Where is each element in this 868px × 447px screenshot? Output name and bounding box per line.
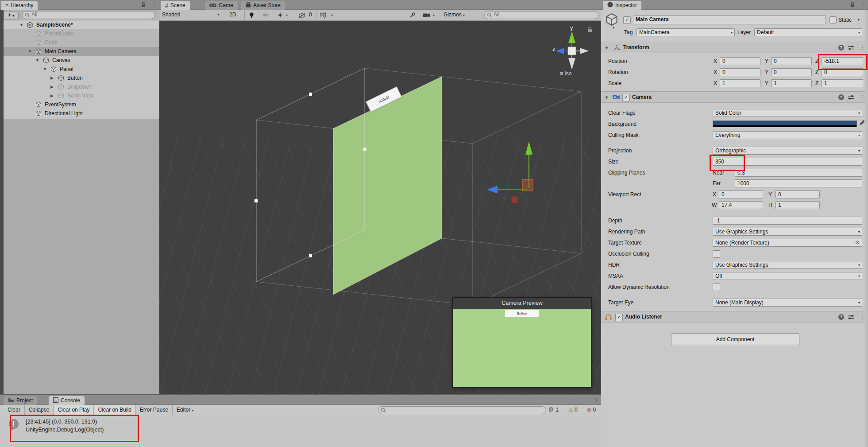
culling-mask-dropdown[interactable]: Everything▾ xyxy=(713,131,862,139)
scale-x-field[interactable]: 1 xyxy=(720,79,760,87)
console-menu-icon[interactable]: ⋮ xyxy=(594,397,599,403)
rect-handle[interactable] xyxy=(309,93,312,96)
size-field[interactable]: 350 xyxy=(713,158,862,166)
tab-scene[interactable]: #Scene xyxy=(161,1,190,10)
target-texture-field[interactable]: None (Render Texture) xyxy=(713,239,862,247)
clear-on-build-button[interactable]: Clear on Build xyxy=(94,405,135,415)
canvas-plane[interactable] xyxy=(333,77,442,295)
tab-hierarchy[interactable]: ≡Hierarchy xyxy=(1,1,38,10)
foldout-icon[interactable]: ▶ xyxy=(50,76,54,80)
tag-dropdown[interactable]: MainCamera▾ xyxy=(637,28,735,36)
hierarchy-item-canvas[interactable]: ▼ Canvas xyxy=(4,56,159,65)
effects-dropdown-icon[interactable]: ▾ xyxy=(286,13,288,17)
component-menu-icon[interactable]: ⋮ xyxy=(860,314,865,320)
scale-z-field[interactable]: 1 xyxy=(822,79,863,87)
viewport-y-field[interactable]: 0 xyxy=(775,190,820,198)
hierarchy-menu-icon[interactable]: ⋮ xyxy=(151,2,157,8)
effects-toggle-icon[interactable] xyxy=(277,12,283,19)
gizmo-z-arrow[interactable] xyxy=(487,186,498,194)
presets-icon[interactable] xyxy=(848,45,854,52)
hierarchy-item-main-camera[interactable]: ▼ Main Camera xyxy=(4,47,159,56)
msaa-dropdown[interactable]: Off▾ xyxy=(713,272,862,280)
scene-visibility-icon[interactable] xyxy=(298,13,306,19)
foldout-icon[interactable]: ▼ xyxy=(19,23,23,27)
gizmos-dropdown[interactable]: Gizmos ▾ xyxy=(444,12,465,18)
near-field[interactable]: 0.3 xyxy=(735,169,862,177)
warning-count-badge[interactable]: ⚠ 0 xyxy=(568,406,578,414)
scale-y-field[interactable]: 1 xyxy=(771,79,812,87)
hierarchy-search-input[interactable]: All xyxy=(22,11,155,19)
viewport-x-field[interactable]: 0 xyxy=(719,190,763,198)
rect-handle[interactable] xyxy=(309,254,312,257)
eyedropper-icon[interactable] xyxy=(859,120,865,128)
projection-mode-label[interactable]: ≡ Iso xyxy=(560,70,571,77)
center-handle[interactable] xyxy=(363,148,366,151)
clear-button[interactable]: Clear xyxy=(4,405,25,415)
hierarchy-lock-icon[interactable] xyxy=(141,2,146,9)
hierarchy-item-panel[interactable]: ▼ Panel xyxy=(4,65,159,74)
axis-z-cone[interactable] xyxy=(556,48,564,54)
hierarchy-item-scroll-view[interactable]: ▶ Scroll View xyxy=(4,91,159,100)
create-object-button[interactable]: + ▾ xyxy=(4,11,19,19)
camera-dropdown-icon[interactable]: ▾ xyxy=(433,13,435,17)
gameobject-icon-caret[interactable]: ▾ xyxy=(613,26,614,30)
camera-gizmo-cube[interactable] xyxy=(522,179,533,191)
rotation-z-field[interactable]: 0 xyxy=(822,68,863,76)
camera-settings-icon[interactable] xyxy=(423,13,431,19)
collapse-button[interactable]: Collapse xyxy=(25,405,54,415)
tab-asset-store[interactable]: Asset Store xyxy=(241,1,285,10)
presets-icon[interactable] xyxy=(848,315,854,321)
scene-viewport[interactable]: Button y z ≡ Iso Camera Preview Button xyxy=(159,21,601,394)
info-count-badge[interactable]: ! 1 xyxy=(548,406,559,414)
audio-listener-header[interactable]: ✓ Audio Listener ? ⋮ xyxy=(601,311,868,323)
object-picker-icon[interactable]: ⊙ xyxy=(855,239,860,245)
clear-flags-dropdown[interactable]: Solid Color▾ xyxy=(713,109,862,117)
editor-dropdown-button[interactable]: Editor ▾ xyxy=(173,405,198,415)
error-pause-button[interactable]: Error Pause xyxy=(136,405,173,415)
axis-down-cone[interactable] xyxy=(568,58,575,70)
foldout-icon[interactable]: ▼ xyxy=(35,58,39,62)
viewport-h-field[interactable]: 1 xyxy=(775,201,820,209)
far-field[interactable]: 1000 xyxy=(735,179,862,187)
foldout-icon[interactable]: ▼ xyxy=(28,49,32,54)
viewport-lock-icon[interactable] xyxy=(587,26,593,34)
tab-game[interactable]: Game xyxy=(205,1,238,10)
tab-console[interactable]: Console xyxy=(49,396,85,405)
position-x-field[interactable]: 0 xyxy=(720,57,760,65)
allow-dynamic-resolution-checkbox[interactable] xyxy=(713,284,720,291)
help-icon[interactable]: ? xyxy=(838,45,844,51)
console-search-input[interactable] xyxy=(378,406,546,414)
transform-header[interactable]: ▼ Transform ? ⋮ xyxy=(601,42,868,53)
static-checkbox[interactable] xyxy=(829,16,837,23)
audio-listener-enabled-checkbox[interactable]: ✓ xyxy=(615,314,623,321)
rendering-path-dropdown[interactable]: Use Graphics Settings▾ xyxy=(713,228,862,236)
rotation-x-field[interactable]: 0 xyxy=(720,68,760,76)
foldout-icon[interactable]: ▼ xyxy=(605,46,609,50)
gameobject-active-checkbox[interactable]: ✓ xyxy=(623,16,631,24)
viewport-w-field[interactable]: 17.4 xyxy=(719,201,763,209)
presets-icon[interactable] xyxy=(848,95,854,101)
depth-field[interactable]: -1 xyxy=(713,217,862,225)
axis-center-cube[interactable] xyxy=(568,47,576,55)
component-menu-icon[interactable]: ⋮ xyxy=(860,94,865,100)
tab-project[interactable]: Project xyxy=(4,396,37,405)
hierarchy-item-parentcube[interactable]: ParentCube xyxy=(4,29,159,38)
foldout-icon[interactable]: ▼ xyxy=(43,67,47,71)
grid-visibility-icon[interactable]: Y xyxy=(320,12,327,20)
log-entry[interactable]: ! [23:41:45] (0.0, 350.0, 131.9) UnityEn… xyxy=(0,416,601,436)
inspector-lock-icon[interactable] xyxy=(850,2,855,9)
inspector-menu-icon[interactable]: ⋮ xyxy=(860,2,866,8)
static-dropdown-icon[interactable]: ▾ xyxy=(858,18,860,22)
rotation-y-field[interactable]: 0 xyxy=(771,68,812,76)
gizmo-sphere[interactable] xyxy=(511,196,518,203)
hierarchy-item-directional-light[interactable]: Directional Light xyxy=(4,109,159,118)
hdr-dropdown[interactable]: Use Graphics Settings▾ xyxy=(713,261,862,269)
help-icon[interactable]: ? xyxy=(838,314,844,320)
gameobject-name-field[interactable]: Main Camera xyxy=(633,16,826,24)
shading-mode-dropdown[interactable]: Shaded▾ xyxy=(162,12,221,18)
axis-x-cone[interactable] xyxy=(580,48,589,54)
camera-enabled-checkbox[interactable]: ✓ xyxy=(622,94,630,101)
hierarchy-item-eventsystem[interactable]: EventSystem xyxy=(4,100,159,109)
position-y-field[interactable]: 0 xyxy=(771,57,812,65)
gizmo-y-arrow[interactable] xyxy=(525,141,532,155)
